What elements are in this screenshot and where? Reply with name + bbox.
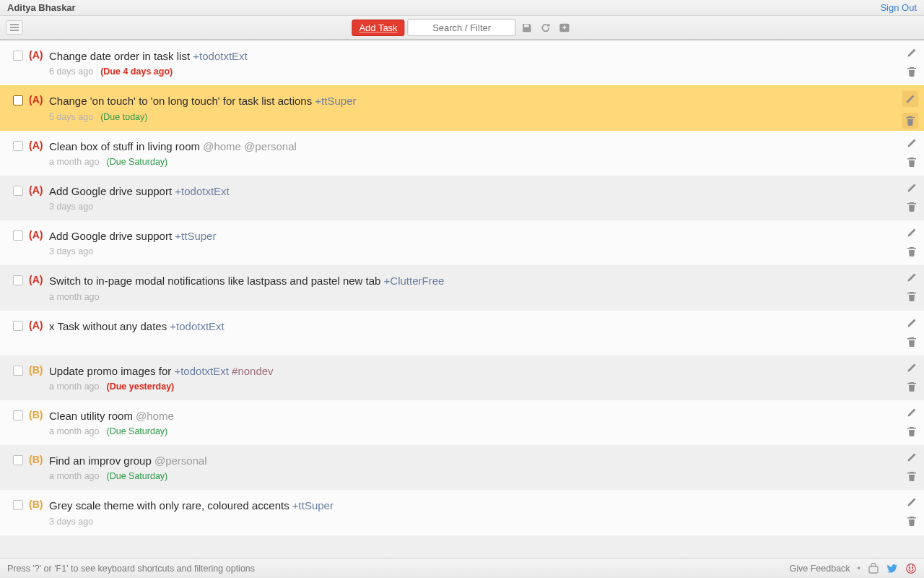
task-row[interactable]: (B)Update promo images for +todotxtExt #… <box>0 355 924 400</box>
task-checkbox[interactable] <box>13 51 23 61</box>
edit-button[interactable] <box>905 271 918 284</box>
give-feedback-link[interactable]: Give Feedback <box>790 564 850 574</box>
webstore-icon <box>868 563 879 574</box>
task-checkbox[interactable] <box>13 275 23 285</box>
delete-button[interactable] <box>905 245 918 258</box>
pencil-icon <box>905 93 916 105</box>
refresh-button[interactable] <box>538 20 554 35</box>
add-task-button[interactable]: Add Task <box>352 20 404 36</box>
task-checkbox[interactable] <box>13 230 23 241</box>
task-project-tag[interactable]: +ttSuper <box>315 95 356 107</box>
github-link[interactable] <box>905 563 917 574</box>
delete-button[interactable] <box>905 425 918 438</box>
trash-icon <box>906 246 918 257</box>
task-list[interactable]: (A)Change date order in task list +todot… <box>0 40 924 558</box>
delete-button[interactable] <box>905 514 918 527</box>
task-context-tag[interactable]: @personal <box>154 454 207 467</box>
task-row[interactable]: (A)Add Google drive support +ttSuper3 da… <box>0 220 924 265</box>
task-hashtag-tag[interactable]: #nondev <box>232 365 274 377</box>
twitter-link[interactable] <box>886 563 898 574</box>
checkbox-wrap <box>7 49 29 61</box>
task-text: Find an improv group <box>49 454 154 467</box>
pencil-icon <box>906 182 918 194</box>
edit-button[interactable] <box>905 316 918 329</box>
task-checkbox[interactable] <box>13 366 23 376</box>
task-project-tag[interactable]: +todotxtExt <box>174 365 228 377</box>
task-row[interactable]: (A)x Task without any dates +todotxtExt <box>0 311 924 355</box>
task-body: Clean utility room @homea month ago(Due … <box>49 409 898 436</box>
task-row[interactable]: (A)Change date order in task list +todot… <box>0 40 924 85</box>
task-context-tag[interactable]: @home <box>203 140 241 152</box>
archive-button[interactable] <box>557 20 572 35</box>
checkbox-wrap <box>7 184 29 196</box>
task-project-tag[interactable]: +todotxtExt <box>193 50 247 62</box>
task-project-tag[interactable]: +ClutterFree <box>384 275 445 287</box>
task-row[interactable]: (B)Grey scale theme with only rare, colo… <box>0 490 924 535</box>
task-project-tag[interactable]: +todotxtExt <box>170 320 224 332</box>
task-row-partial[interactable] <box>0 535 924 558</box>
delete-button[interactable] <box>905 290 918 303</box>
save-button[interactable] <box>519 20 535 35</box>
chrome-webstore-link[interactable] <box>868 563 879 574</box>
checkbox-wrap <box>7 139 29 151</box>
edit-button[interactable] <box>905 406 918 419</box>
delete-button[interactable] <box>902 113 918 129</box>
pencil-icon <box>906 317 918 329</box>
menu-button[interactable] <box>6 20 23 35</box>
checkbox-wrap <box>7 94 29 105</box>
task-created: a month ago <box>49 471 100 481</box>
task-checkbox[interactable] <box>13 410 23 420</box>
delete-button[interactable] <box>905 380 918 393</box>
task-row[interactable]: (A)Add Google drive support +todotxtExt3… <box>0 176 924 220</box>
task-created: a month ago <box>49 292 100 302</box>
task-priority: (A) <box>29 94 49 105</box>
delete-button[interactable] <box>905 335 918 348</box>
delete-button[interactable] <box>905 200 918 213</box>
edit-button[interactable] <box>905 46 918 59</box>
delete-button[interactable] <box>905 155 918 168</box>
edit-button[interactable] <box>905 451 918 464</box>
task-checkbox[interactable] <box>13 321 23 331</box>
task-project-tag[interactable]: +todotxtExt <box>175 185 229 197</box>
edit-button[interactable] <box>905 137 918 150</box>
edit-button[interactable] <box>905 226 918 239</box>
task-created: 6 days ago <box>49 66 93 77</box>
edit-button[interactable] <box>905 181 918 194</box>
delete-button[interactable] <box>905 65 918 78</box>
task-row[interactable]: (B)Find an improv group @personala month… <box>0 445 924 490</box>
task-row[interactable]: (A)Clean box of stuff in living room @ho… <box>0 131 924 176</box>
task-title: Change 'on touch' to 'on long touch' for… <box>49 94 898 108</box>
task-checkbox[interactable] <box>13 186 23 196</box>
task-checkbox[interactable] <box>13 500 23 510</box>
delete-button[interactable] <box>905 470 918 483</box>
task-text: Add Google drive support <box>49 185 175 197</box>
task-row[interactable]: (B)Clean utility room @homea month ago(D… <box>0 400 924 445</box>
task-body: Change 'on touch' to 'on long touch' for… <box>49 94 898 121</box>
sign-out-link[interactable]: Sign Out <box>880 2 917 13</box>
task-row[interactable]: (A)Switch to in-page modal notifications… <box>0 265 924 310</box>
task-checkbox[interactable] <box>13 95 23 105</box>
task-body: Add Google drive support +todotxtExt3 da… <box>49 184 898 212</box>
task-created: a month ago <box>49 381 100 392</box>
task-title: Add Google drive support +todotxtExt <box>49 184 898 199</box>
task-actions <box>905 496 918 527</box>
task-context-tag[interactable]: @home <box>136 410 174 422</box>
top-bar: Aditya Bhaskar Sign Out <box>0 0 924 16</box>
edit-button[interactable] <box>902 91 918 107</box>
task-due: (Due Saturday) <box>107 471 168 481</box>
task-context-tag[interactable]: @personal <box>244 140 297 152</box>
task-body: Grey scale theme with only rare, coloure… <box>49 499 898 526</box>
task-meta: 3 days ago <box>49 202 898 212</box>
task-project-tag[interactable]: +ttSuper <box>292 499 334 512</box>
search-input[interactable] <box>408 19 516 36</box>
task-project-tag[interactable]: +ttSuper <box>175 230 216 242</box>
edit-button[interactable] <box>905 496 918 509</box>
task-checkbox[interactable] <box>13 141 23 151</box>
task-checkbox[interactable] <box>13 455 23 465</box>
edit-button[interactable] <box>905 361 918 374</box>
pencil-icon <box>906 47 918 59</box>
pencil-icon <box>906 496 918 508</box>
task-meta: 5 days ago(Due today) <box>49 112 898 122</box>
task-row[interactable]: (A)Change 'on touch' to 'on long touch' … <box>0 85 924 130</box>
trash-icon <box>906 290 918 302</box>
